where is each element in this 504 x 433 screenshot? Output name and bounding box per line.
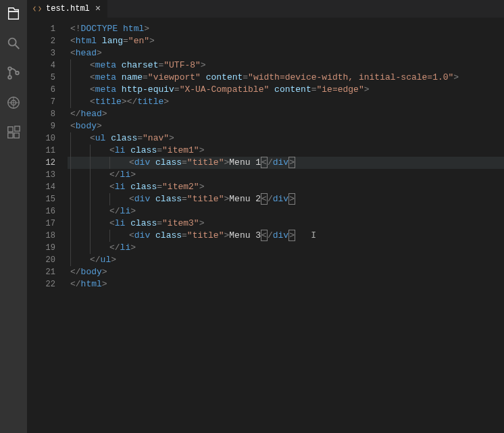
bug-icon[interactable] — [5, 95, 22, 111]
line-number: 16 — [27, 205, 55, 218]
svg-point-0 — [9, 39, 16, 46]
explorer-icon[interactable] — [5, 5, 22, 22]
code-line[interactable]: <div class="title">Menu 3</div> I — [68, 230, 504, 242]
line-number: 4 — [27, 59, 55, 72]
tab-bar: test.html × — [27, 0, 504, 18]
line-number: 7 — [27, 96, 55, 108]
code-content[interactable]: <!DOCTYPE html><html lang="en"><head><me… — [68, 18, 504, 433]
code-line[interactable]: </li> — [68, 169, 504, 181]
editor-group: test.html × 1234567891011121314151617181… — [27, 0, 504, 433]
code-line[interactable]: <meta name="viewport" content="width=dev… — [68, 72, 504, 84]
code-line[interactable]: <div class="title">Menu 1</div> — [68, 157, 504, 169]
line-number: 14 — [27, 181, 55, 193]
tab-filename: test.html — [46, 4, 90, 14]
line-number: 5 — [27, 72, 55, 84]
line-number-gutter: 12345678910111213141516171819202122 — [27, 18, 68, 433]
code-line[interactable]: <body> — [68, 120, 504, 132]
activity-bar — [0, 0, 27, 433]
code-line[interactable]: <meta http-equiv="X-UA-Compatible" conte… — [68, 84, 504, 96]
code-line[interactable]: </li> — [68, 205, 504, 218]
line-number: 11 — [27, 145, 55, 157]
code-line[interactable]: </ul> — [68, 254, 504, 266]
line-number: 17 — [27, 218, 55, 230]
tab-test-html[interactable]: test.html × — [27, 0, 107, 18]
code-line[interactable]: <li class="item2"> — [68, 181, 504, 193]
code-line[interactable]: </body> — [68, 266, 504, 278]
code-line[interactable]: <meta charset="UTF-8"> — [68, 59, 504, 72]
line-number: 12 — [27, 157, 55, 169]
line-number: 1 — [27, 23, 55, 35]
code-line[interactable]: <li class="item3"> — [68, 218, 504, 230]
line-number: 15 — [27, 193, 55, 205]
code-line[interactable]: </li> — [68, 242, 504, 254]
line-number: 18 — [27, 230, 55, 242]
line-number: 20 — [27, 254, 55, 266]
code-line[interactable]: <ul class="nav"> — [68, 132, 504, 145]
html-file-icon — [32, 4, 42, 14]
code-line[interactable]: <!DOCTYPE html> — [68, 23, 504, 35]
svg-rect-8 — [8, 133, 13, 138]
line-number: 8 — [27, 108, 55, 120]
code-line[interactable]: <head> — [68, 47, 504, 59]
svg-point-2 — [8, 67, 11, 70]
line-number: 3 — [27, 47, 55, 59]
code-line[interactable]: <li class="item1"> — [68, 145, 504, 157]
line-number: 22 — [27, 278, 55, 290]
svg-rect-9 — [14, 133, 19, 138]
git-icon[interactable] — [5, 65, 22, 81]
code-line[interactable]: <title></title> — [68, 96, 504, 108]
line-number: 10 — [27, 132, 55, 145]
line-number: 9 — [27, 120, 55, 132]
code-line[interactable]: <html lang="en"> — [68, 35, 504, 47]
svg-line-1 — [16, 45, 20, 49]
svg-rect-7 — [8, 127, 13, 132]
extensions-icon[interactable] — [5, 124, 22, 141]
search-icon[interactable] — [5, 35, 22, 51]
svg-rect-10 — [15, 126, 20, 131]
code-line[interactable]: </head> — [68, 108, 504, 120]
code-line[interactable]: </html> — [68, 278, 504, 290]
code-line[interactable]: <div class="title">Menu 2</div> — [68, 193, 504, 205]
close-icon[interactable]: × — [94, 3, 102, 14]
line-number: 21 — [27, 266, 55, 278]
line-number: 19 — [27, 242, 55, 254]
code-editor[interactable]: 12345678910111213141516171819202122 <!DO… — [27, 18, 504, 433]
svg-point-3 — [8, 76, 11, 79]
text-cursor: I — [295, 230, 316, 240]
line-number: 6 — [27, 84, 55, 96]
line-number: 13 — [27, 169, 55, 181]
svg-point-4 — [16, 72, 19, 75]
line-number: 2 — [27, 35, 55, 47]
